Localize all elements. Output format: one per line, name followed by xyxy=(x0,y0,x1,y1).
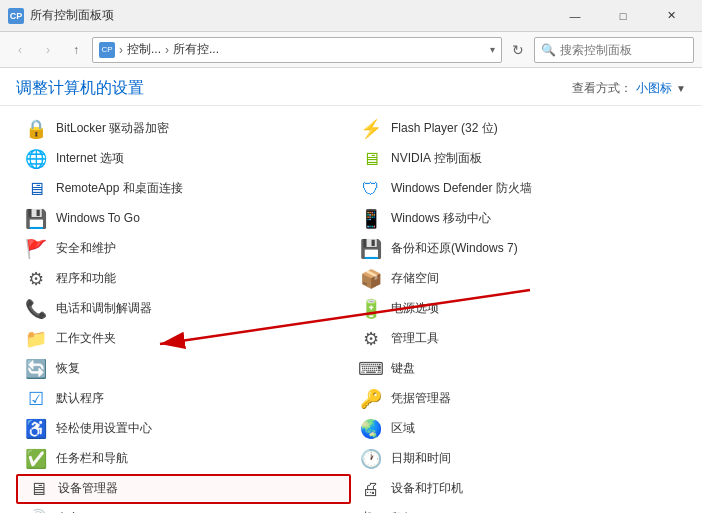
flash-label: Flash Player (32 位) xyxy=(391,121,498,137)
close-button[interactable]: ✕ xyxy=(648,0,694,32)
control-item-bitlocker[interactable]: 🔒BitLocker 驱动器加密 xyxy=(16,114,351,144)
credential-label: 凭据管理器 xyxy=(391,391,451,407)
workfolder-icon: 📁 xyxy=(24,327,48,351)
storage-label: 存储空间 xyxy=(391,271,439,287)
control-item-internet[interactable]: 🌐Internet 选项 xyxy=(16,144,351,174)
control-item-deviceprinter[interactable]: 🖨设备和打印机 xyxy=(351,474,686,504)
remoteapp-icon: 🖥 xyxy=(24,177,48,201)
view-arrow-icon[interactable]: ▼ xyxy=(676,83,686,94)
programs-icon: ⚙ xyxy=(24,267,48,291)
windowsmobile-icon: 📱 xyxy=(359,207,383,231)
admin-label: 管理工具 xyxy=(391,331,439,347)
defender-icon: 🛡 xyxy=(359,177,383,201)
control-item-power[interactable]: 🔋电源选项 xyxy=(351,294,686,324)
title-bar-icon: CP xyxy=(8,8,24,24)
control-item-region[interactable]: 🌏区域 xyxy=(351,414,686,444)
windowsmobile-label: Windows 移动中心 xyxy=(391,211,491,227)
remoteapp-label: RemoteApp 和桌面连接 xyxy=(56,181,183,197)
title-bar-controls: — □ ✕ xyxy=(552,0,694,32)
defender-label: Windows Defender 防火墙 xyxy=(391,181,532,197)
path-icon: CP xyxy=(99,42,115,58)
keyboard-label: 键盘 xyxy=(391,361,415,377)
bitlocker-label: BitLocker 驱动器加密 xyxy=(56,121,169,137)
back-button[interactable]: ‹ xyxy=(8,38,32,62)
mouse-icon: 🖱 xyxy=(359,507,383,513)
phonemodem-icon: 📞 xyxy=(24,297,48,321)
refresh-button[interactable]: ↻ xyxy=(506,38,530,62)
control-item-keyboard[interactable]: ⌨键盘 xyxy=(351,354,686,384)
backup-label: 备份和还原(Windows 7) xyxy=(391,241,518,257)
region-label: 区域 xyxy=(391,421,415,437)
control-item-backup[interactable]: 💾备份和还原(Windows 7) xyxy=(351,234,686,264)
control-item-defender[interactable]: 🛡Windows Defender 防火墙 xyxy=(351,174,686,204)
deviceprinter-icon: 🖨 xyxy=(359,477,383,501)
title-bar: CP 所有控制面板项 — □ ✕ xyxy=(0,0,702,32)
minimize-button[interactable]: — xyxy=(552,0,598,32)
control-item-flash[interactable]: ⚡Flash Player (32 位) xyxy=(351,114,686,144)
control-item-taskbar[interactable]: ✅任务栏和导航 xyxy=(16,444,351,474)
admin-icon: ⚙ xyxy=(359,327,383,351)
view-current[interactable]: 小图标 xyxy=(636,80,672,97)
control-item-mouse[interactable]: 🖱鼠标 xyxy=(351,504,686,513)
control-item-programs[interactable]: ⚙程序和功能 xyxy=(16,264,351,294)
control-item-credential[interactable]: 🔑凭据管理器 xyxy=(351,384,686,414)
content-area: 调整计算机的设置 查看方式： 小图标 ▼ 🔒BitLocker 驱动器加密⚡Fl… xyxy=(0,68,702,513)
sound-icon: 🔊 xyxy=(24,507,48,513)
path-segment-1: 控制... xyxy=(127,41,161,58)
control-item-windowsmobile[interactable]: 📱Windows 移动中心 xyxy=(351,204,686,234)
taskbar-icon: ✅ xyxy=(24,447,48,471)
control-item-default[interactable]: ☑默认程序 xyxy=(16,384,351,414)
app-window: CP 所有控制面板项 — □ ✕ ‹ › ↑ CP › 控制... › 所有控.… xyxy=(0,0,702,513)
control-item-datetime[interactable]: 🕐日期和时间 xyxy=(351,444,686,474)
control-item-device[interactable]: 🖥设备管理器 xyxy=(16,474,351,504)
keyboard-icon: ⌨ xyxy=(359,357,383,381)
recovery-icon: 🔄 xyxy=(24,357,48,381)
device-icon: 🖥 xyxy=(26,477,50,501)
default-icon: ☑ xyxy=(24,387,48,411)
control-item-admin[interactable]: ⚙管理工具 xyxy=(351,324,686,354)
nvidia-label: NVIDIA 控制面板 xyxy=(391,151,482,167)
content-header: 调整计算机的设置 查看方式： 小图标 ▼ xyxy=(0,68,702,106)
control-item-nvidia[interactable]: 🖥NVIDIA 控制面板 xyxy=(351,144,686,174)
easyaccess-icon: ♿ xyxy=(24,417,48,441)
page-title: 调整计算机的设置 xyxy=(16,78,144,99)
control-item-easyaccess[interactable]: ♿轻松使用设置中心 xyxy=(16,414,351,444)
control-item-workfolder[interactable]: 📁工作文件夹 xyxy=(16,324,351,354)
deviceprinter-label: 设备和打印机 xyxy=(391,481,463,497)
power-icon: 🔋 xyxy=(359,297,383,321)
taskbar-label: 任务栏和导航 xyxy=(56,451,128,467)
control-item-sound[interactable]: 🔊声音 xyxy=(16,504,351,513)
search-input[interactable] xyxy=(560,43,687,57)
backup-icon: 💾 xyxy=(359,237,383,261)
control-item-storage[interactable]: 📦存储空间 xyxy=(351,264,686,294)
nvidia-icon: 🖥 xyxy=(359,147,383,171)
path-segment-2: 所有控... xyxy=(173,41,219,58)
windowstogo-icon: 💾 xyxy=(24,207,48,231)
search-icon: 🔍 xyxy=(541,43,556,57)
device-label: 设备管理器 xyxy=(58,481,118,497)
workfolder-label: 工作文件夹 xyxy=(56,331,116,347)
forward-button[interactable]: › xyxy=(36,38,60,62)
path-dropdown[interactable]: ▾ xyxy=(490,44,495,55)
internet-label: Internet 选项 xyxy=(56,151,124,167)
security-icon: 🚩 xyxy=(24,237,48,261)
datetime-icon: 🕐 xyxy=(359,447,383,471)
control-item-recovery[interactable]: 🔄恢复 xyxy=(16,354,351,384)
control-item-remoteapp[interactable]: 🖥RemoteApp 和桌面连接 xyxy=(16,174,351,204)
power-label: 电源选项 xyxy=(391,301,439,317)
search-box: 🔍 xyxy=(534,37,694,63)
credential-icon: 🔑 xyxy=(359,387,383,411)
programs-label: 程序和功能 xyxy=(56,271,116,287)
recovery-label: 恢复 xyxy=(56,361,80,377)
control-item-windowstogo[interactable]: 💾Windows To Go xyxy=(16,204,351,234)
storage-icon: 📦 xyxy=(359,267,383,291)
up-button[interactable]: ↑ xyxy=(64,38,88,62)
view-label: 查看方式： xyxy=(572,80,632,97)
title-bar-left: CP 所有控制面板项 xyxy=(8,7,114,24)
control-item-phonemodem[interactable]: 📞电话和调制解调器 xyxy=(16,294,351,324)
control-item-security[interactable]: 🚩安全和维护 xyxy=(16,234,351,264)
maximize-button[interactable]: □ xyxy=(600,0,646,32)
address-path[interactable]: CP › 控制... › 所有控... ▾ xyxy=(92,37,502,63)
items-grid: 🔒BitLocker 驱动器加密⚡Flash Player (32 位)🌐Int… xyxy=(0,106,702,513)
security-label: 安全和维护 xyxy=(56,241,116,257)
